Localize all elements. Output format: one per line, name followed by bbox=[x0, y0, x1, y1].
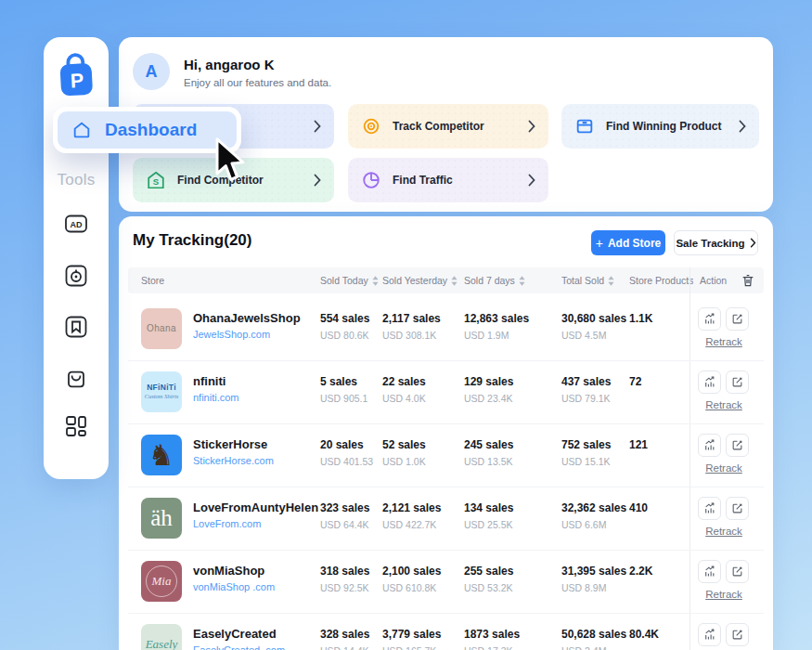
edit-icon bbox=[731, 376, 743, 388]
sold-today-usd: USD 401.53 bbox=[320, 456, 373, 467]
grid-blocks-icon bbox=[63, 413, 89, 439]
sold-today-usd: USD 905.1 bbox=[320, 393, 367, 404]
view-chart-button[interactable] bbox=[698, 434, 721, 457]
store-url-link[interactable]: JewelsShop.com bbox=[193, 329, 270, 340]
sidebar: P Tools AD bbox=[44, 37, 109, 479]
column-store-products[interactable]: Store Products bbox=[629, 267, 693, 293]
sidebar-item-ads[interactable]: AD bbox=[63, 211, 89, 237]
table-header: Store Sold Today Sold Yesterday Sold 7 d… bbox=[128, 267, 764, 293]
sidebar-item-product-tracker[interactable] bbox=[63, 263, 89, 289]
chevron-right-icon bbox=[314, 174, 321, 187]
chevron-right-icon bbox=[528, 174, 535, 187]
sale-tracking-label: Sale Tracking bbox=[676, 238, 744, 249]
column-sold-yesterday[interactable]: Sold Yesterday bbox=[382, 267, 458, 293]
store-url-link[interactable]: nfiniti.com bbox=[193, 392, 239, 403]
view-chart-button[interactable] bbox=[698, 307, 721, 331]
sold-yesterday-usd: USD 610.8K bbox=[382, 582, 436, 593]
table-row: Easely EaselyCreated EaselyCreated .com … bbox=[128, 614, 764, 650]
store-logo: Ohana bbox=[141, 308, 182, 349]
shopping-bag-icon bbox=[63, 366, 89, 392]
home-icon bbox=[71, 120, 92, 140]
store-products-value: 2.2K bbox=[629, 565, 652, 578]
edit-icon bbox=[731, 439, 743, 451]
view-chart-button[interactable] bbox=[698, 560, 721, 583]
plus-icon: + bbox=[596, 237, 603, 250]
sold-yesterday-value: 52 sales bbox=[382, 438, 426, 451]
edit-button[interactable] bbox=[726, 307, 749, 331]
chart-icon bbox=[703, 629, 715, 641]
sidebar-item-stores[interactable] bbox=[63, 366, 89, 392]
sold-7days-value: 245 sales bbox=[464, 438, 513, 451]
sold-7days-value: 129 sales bbox=[464, 375, 513, 388]
edit-button[interactable] bbox=[726, 623, 749, 646]
edit-button[interactable] bbox=[726, 560, 749, 583]
sale-tracking-button[interactable]: Sale Tracking bbox=[674, 230, 758, 255]
app-logo[interactable]: P bbox=[52, 49, 101, 100]
sort-icon bbox=[372, 276, 379, 286]
sold-yesterday-usd: USD 422.7K bbox=[382, 519, 436, 530]
column-sold-today[interactable]: Sold Today bbox=[320, 267, 379, 293]
sort-icon bbox=[608, 276, 614, 286]
total-sold-usd: USD 79.1K bbox=[561, 393, 611, 404]
store-url-link[interactable]: EaselyCreated .com bbox=[193, 644, 285, 650]
sidebar-item-apps[interactable] bbox=[63, 413, 89, 439]
dashboard-label: Dashboard bbox=[105, 120, 197, 140]
view-chart-button[interactable] bbox=[698, 370, 721, 394]
store-logo-text: äh bbox=[150, 505, 173, 532]
store-name: nfiniti bbox=[193, 374, 226, 388]
sort-icon bbox=[451, 276, 458, 286]
store-url-link[interactable]: LoveFrom.com bbox=[193, 518, 261, 529]
column-total-sold[interactable]: Total Sold bbox=[561, 267, 614, 293]
column-store: Store bbox=[141, 267, 164, 293]
store-name: OhanaJewelsShop bbox=[193, 311, 301, 325]
shopping-bag-logo-icon: P bbox=[52, 49, 101, 100]
retrack-link[interactable]: Retrack bbox=[692, 336, 755, 347]
retrack-link[interactable]: Retrack bbox=[692, 462, 755, 474]
sold-today-value: 318 sales bbox=[320, 565, 369, 578]
view-chart-button[interactable] bbox=[698, 497, 721, 520]
delete-all-button[interactable] bbox=[741, 273, 755, 288]
chart-icon bbox=[703, 313, 715, 325]
store-products-value: 80.4K bbox=[629, 628, 659, 641]
feature-card-track-competitor[interactable]: Track Competitor bbox=[348, 104, 548, 149]
feature-card-find-competitor[interactable]: S Find Competitor bbox=[133, 158, 334, 202]
feature-card-find-traffic[interactable]: Find Traffic bbox=[348, 158, 548, 202]
total-sold-usd: USD 15.1K bbox=[561, 456, 611, 467]
column-sold-7days[interactable]: Sold 7 days bbox=[464, 267, 525, 293]
store-name: vonMiaShop bbox=[193, 564, 264, 578]
sold-yesterday-usd: USD 165.7K bbox=[382, 645, 436, 650]
target-icon bbox=[361, 116, 381, 136]
view-chart-button[interactable] bbox=[698, 623, 721, 646]
chart-icon bbox=[703, 566, 715, 578]
retrack-link[interactable]: Retrack bbox=[692, 399, 755, 410]
sold-yesterday-usd: USD 308.1K bbox=[382, 330, 436, 341]
sold-today-usd: USD 92.5K bbox=[320, 582, 369, 593]
sidebar-item-saved[interactable] bbox=[63, 314, 89, 340]
app-background: P Tools AD bbox=[0, 0, 812, 650]
edit-button[interactable] bbox=[726, 434, 749, 457]
sold-7days-usd: USD 25.5K bbox=[464, 519, 513, 530]
sidebar-item-dashboard[interactable]: Dashboard bbox=[58, 111, 237, 149]
feature-card-find-winning-product[interactable]: Find Winning Product bbox=[561, 104, 759, 149]
sold-yesterday-value: 22 sales bbox=[382, 375, 426, 388]
product-box-icon bbox=[574, 116, 595, 136]
add-store-label: Add Store bbox=[608, 237, 661, 250]
edit-button[interactable] bbox=[726, 497, 749, 520]
table-row: äh LoveFromAuntyHelen LoveFrom.com 323 s… bbox=[128, 488, 764, 551]
column-action: Action bbox=[700, 267, 727, 293]
retrack-link[interactable]: Retrack bbox=[692, 526, 755, 537]
sold-today-usd: USD 80.6K bbox=[320, 330, 369, 341]
edit-icon bbox=[731, 313, 743, 325]
store-products-value: 121 bbox=[629, 438, 648, 451]
trash-icon bbox=[741, 273, 755, 288]
greeting-text: Hi, angaroo K bbox=[184, 57, 275, 72]
sold-today-usd: USD 64.4K bbox=[320, 519, 369, 530]
add-store-button[interactable]: + Add Store bbox=[591, 230, 665, 255]
tools-section-label: Tools bbox=[44, 171, 109, 189]
store-logo-text: Easely bbox=[146, 638, 178, 650]
edit-button[interactable] bbox=[726, 370, 749, 394]
retrack-link[interactable]: Retrack bbox=[692, 589, 755, 600]
store-url-link[interactable]: StickerHorse.com bbox=[193, 455, 274, 466]
store-url-link[interactable]: vonMiaShop .com bbox=[193, 581, 275, 592]
user-avatar[interactable]: A bbox=[133, 53, 170, 90]
